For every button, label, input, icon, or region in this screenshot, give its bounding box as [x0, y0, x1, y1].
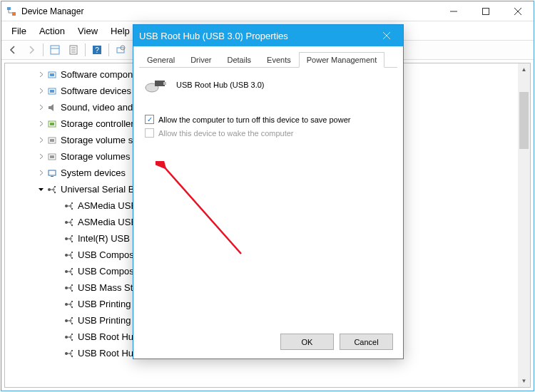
svg-rect-57 [163, 82, 166, 85]
svg-rect-21 [51, 176, 54, 177]
dialog-close-button[interactable] [376, 27, 397, 44]
wake-computer-checkbox [145, 128, 154, 138]
svg-rect-38 [71, 268, 73, 269]
usb-icon [46, 184, 58, 195]
expander-closed-icon[interactable] [36, 103, 45, 112]
drive-icon [46, 135, 58, 146]
drive-icon [46, 151, 58, 163]
svg-rect-17 [50, 139, 54, 142]
tree-item-label: Storage controllers [61, 118, 138, 129]
expander-closed-icon[interactable] [36, 153, 45, 161]
svg-rect-20 [49, 170, 56, 175]
maximize-button[interactable] [469, 1, 501, 21]
tab-events[interactable]: Events [259, 52, 299, 68]
vertical-scrollbar[interactable]: ▲ ▼ [518, 63, 530, 387]
svg-point-48 [71, 322, 73, 324]
dialog-title: USB Root Hub (USB 3.0) Properties [139, 31, 376, 41]
usb-icon [63, 348, 75, 359]
wake-computer-row: Allow this device to wake the computer [145, 128, 392, 138]
menu-action[interactable]: Action [34, 24, 71, 38]
forward-button[interactable] [23, 41, 40, 58]
scroll-up-arrow[interactable]: ▲ [518, 63, 530, 76]
scroll-thumb[interactable] [519, 92, 529, 149]
svg-rect-35 [71, 252, 73, 253]
system-icon [46, 167, 58, 179]
toolbar-separator [85, 43, 86, 56]
svg-rect-44 [71, 301, 73, 302]
svg-rect-3 [51, 46, 59, 54]
save-power-label[interactable]: Allow the computer to turn off this devi… [158, 115, 350, 124]
tree-item-label: System devices [61, 167, 126, 178]
tree-item-label: Storage volumes [61, 151, 131, 162]
svg-point-51 [71, 339, 73, 340]
close-button[interactable] [501, 1, 534, 21]
svg-rect-53 [71, 350, 73, 351]
svg-rect-23 [54, 186, 56, 187]
svg-rect-19 [50, 155, 54, 158]
dialog-titlebar: USB Root Hub (USB 3.0) Properties [133, 25, 403, 46]
svg-text:?: ? [95, 46, 99, 54]
tb-properties-button[interactable] [65, 41, 82, 58]
app-icon [6, 6, 17, 17]
main-titlebar: Device Manager [1, 1, 534, 21]
svg-rect-15 [50, 123, 54, 125]
tab-driver[interactable]: Driver [183, 52, 219, 68]
svg-point-39 [71, 273, 73, 274]
usb-icon [63, 299, 75, 310]
minimize-button[interactable] [437, 1, 469, 21]
save-power-checkbox[interactable] [145, 115, 154, 124]
tree-item-label: Software devices [61, 86, 131, 96]
menu-view[interactable]: View [72, 24, 103, 38]
expander-closed-icon[interactable] [36, 136, 45, 145]
cancel-button[interactable]: Cancel [340, 334, 393, 350]
svg-rect-13 [50, 90, 54, 93]
svg-point-30 [71, 224, 73, 225]
svg-point-36 [71, 257, 73, 258]
svg-rect-26 [71, 202, 73, 204]
scroll-down-arrow[interactable]: ▼ [518, 375, 530, 387]
svg-point-24 [54, 191, 56, 192]
expander-open-icon[interactable] [36, 185, 45, 194]
menu-help[interactable]: Help [105, 24, 136, 38]
expander-closed-icon[interactable] [36, 71, 45, 79]
svg-rect-11 [50, 73, 54, 76]
svg-rect-47 [71, 317, 73, 319]
tab-details[interactable]: Details [219, 52, 259, 68]
svg-rect-2 [482, 8, 489, 14]
svg-rect-32 [71, 235, 73, 237]
window-title: Device Manager [21, 6, 437, 16]
sound-icon [46, 102, 58, 113]
svg-point-42 [71, 289, 73, 291]
expander-closed-icon[interactable] [36, 169, 45, 177]
component-icon [46, 69, 58, 81]
svg-point-33 [71, 240, 73, 242]
dialog-tabstrip: General Driver Details Events Power Mana… [133, 46, 403, 68]
usb-icon [63, 233, 75, 244]
svg-rect-0 [7, 7, 11, 10]
wake-computer-label: Allow this device to wake the computer [158, 129, 294, 138]
svg-rect-29 [71, 219, 73, 220]
svg-rect-1 [12, 12, 16, 16]
tb-showhide-button[interactable] [46, 41, 63, 58]
component-icon [46, 86, 58, 97]
storage-icon [46, 118, 58, 130]
ok-button[interactable]: OK [280, 334, 334, 350]
svg-point-27 [71, 207, 73, 209]
save-power-row: Allow the computer to turn off this devi… [145, 115, 392, 124]
usb-icon [63, 315, 75, 326]
usb-device-icon [145, 76, 168, 93]
svg-rect-56 [155, 81, 165, 86]
usb-icon [63, 282, 75, 294]
expander-closed-icon[interactable] [36, 87, 45, 96]
usb-icon [63, 249, 75, 261]
svg-point-45 [71, 306, 73, 307]
tab-general[interactable]: General [139, 52, 183, 68]
tab-power-management[interactable]: Power Management [299, 52, 384, 68]
svg-rect-50 [71, 334, 73, 335]
usb-icon [63, 200, 75, 212]
tb-help-button[interactable]: ? [88, 41, 106, 58]
back-button[interactable] [4, 41, 21, 58]
menu-file[interactable]: File [6, 24, 32, 38]
tb-scan-button[interactable] [112, 41, 129, 58]
expander-closed-icon[interactable] [36, 120, 45, 128]
